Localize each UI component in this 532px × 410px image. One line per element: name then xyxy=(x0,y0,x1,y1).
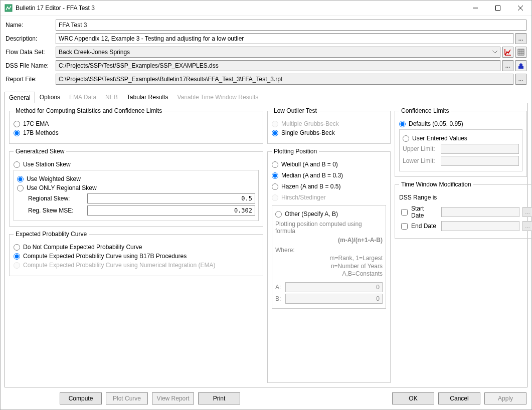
app-icon xyxy=(5,4,13,12)
time-window-legend: Time Window Modification xyxy=(399,181,473,188)
lower-limit-label: Lower Limit: xyxy=(403,157,438,164)
plot-b-label: B: xyxy=(275,295,282,302)
minimize-button[interactable] xyxy=(464,1,486,16)
skew-legend: Generalized Skew xyxy=(14,148,66,155)
flow-data-set-combo[interactable]: Back Creek-Jones Springs xyxy=(56,47,500,58)
confidence-limits-group: Confidence Limits Defaults (0.05, 0.95) … xyxy=(395,107,527,177)
skew-station-radio[interactable]: Use Station Skew xyxy=(14,161,259,168)
plotting-position-group: Plotting Position Weibull (A and B = 0) … xyxy=(267,148,391,383)
end-date-input xyxy=(441,221,519,231)
low-outlier-legend: Low Outlier Test xyxy=(272,107,319,114)
start-date-input xyxy=(441,207,519,217)
chevron-down-icon xyxy=(491,49,498,56)
flow-plot-icon-button[interactable] xyxy=(502,47,513,58)
dss-file-input[interactable] xyxy=(56,60,500,71)
conf-user-radio[interactable]: User Entered Values xyxy=(403,135,519,142)
skew-weighted-radio[interactable]: Use Weighted Skew xyxy=(17,175,255,182)
plot-where: Where: xyxy=(275,247,383,254)
tab-tabular-results[interactable]: Tabular Results xyxy=(122,91,173,103)
apply-button: Apply xyxy=(484,392,526,404)
name-input[interactable] xyxy=(56,20,526,31)
prob-none-radio[interactable]: Do Not Compute Expected Probability Curv… xyxy=(14,244,259,251)
plot-def-n: n=Number of Years xyxy=(275,263,383,271)
upper-limit-input xyxy=(441,144,519,154)
tab-strip: General Options EMA Data NEB Tabular Res… xyxy=(5,91,527,103)
dss-file-label: DSS File Name: xyxy=(6,62,54,69)
method-17b-radio[interactable]: 17B Methods xyxy=(14,129,259,136)
report-file-input[interactable] xyxy=(56,74,513,85)
dss-histogram-icon-button[interactable] xyxy=(515,60,526,71)
prob-b17b-radio[interactable]: Compute Expected Probability Curve using… xyxy=(14,253,259,260)
start-date-picker-button: … xyxy=(522,207,532,217)
end-date-check[interactable]: End Date xyxy=(399,222,438,231)
dss-browse-button[interactable]: … xyxy=(502,60,513,71)
plot-median-radio[interactable]: Median (A and B = 0.3) xyxy=(272,172,386,179)
report-browse-button[interactable]: … xyxy=(515,74,526,85)
tab-variable-time-window: Variable Time Window Results xyxy=(173,91,263,103)
plot-formula: (m-A)/(n+1-A-B) xyxy=(275,237,383,244)
outlier-sgb-radio[interactable]: Single Grubbs-Beck xyxy=(272,129,386,136)
outlier-mgb-radio: Multiple Grubbs-Beck xyxy=(272,120,386,127)
plot-curve-button: Plot Curve xyxy=(106,392,148,404)
window-title: Bulletin 17 Editor - FFA Test 3 xyxy=(16,5,464,12)
report-file-label: Report File: xyxy=(6,76,54,83)
tab-options[interactable]: Options xyxy=(35,91,65,103)
expected-probability-group: Expected Probablity Curve Do Not Compute… xyxy=(9,231,263,276)
regional-skew-label: Regional Skew: xyxy=(17,195,87,202)
cancel-button[interactable]: Cancel xyxy=(438,392,480,404)
prob-ema-radio: Compute Expected Probability Curve using… xyxy=(14,262,259,269)
general-tab-panel: Method for Computing Statistics and Conf… xyxy=(5,103,527,387)
lower-limit-input xyxy=(441,156,519,166)
dss-range-label: DSS Range is xyxy=(399,194,532,201)
reg-skew-mse-input[interactable] xyxy=(87,206,255,216)
close-button[interactable] xyxy=(509,1,531,16)
method-group: Method for Computing Statistics and Conf… xyxy=(9,107,263,144)
time-window-group: Time Window Modification DSS Range is St… xyxy=(395,181,532,239)
plot-hirsch-radio: Hirsch/Stedinger xyxy=(272,194,386,201)
regional-skew-input[interactable] xyxy=(87,193,255,203)
end-date-picker-button: … xyxy=(522,221,532,231)
description-label: Description: xyxy=(6,35,54,42)
titlebar: Bulletin 17 Editor - FFA Test 3 xyxy=(1,1,531,16)
plot-def-m: m=Rank, 1=Largest xyxy=(275,255,383,263)
method-17c-ema-radio[interactable]: 17C EMA xyxy=(14,120,259,127)
name-label: Name: xyxy=(6,22,54,29)
plot-a-input xyxy=(285,282,383,292)
skew-group: Generalized Skew Use Station Skew Use We… xyxy=(9,148,263,227)
flow-table-icon-button[interactable] xyxy=(515,47,526,58)
conf-defaults-radio[interactable]: Defaults (0.05, 0.95) xyxy=(399,120,522,127)
compute-button[interactable]: Compute xyxy=(60,392,102,404)
bulletin17-editor-window: Bulletin 17 Editor - FFA Test 3 Name: De… xyxy=(0,0,532,410)
flow-data-set-value: Back Creek-Jones Springs xyxy=(59,49,130,56)
plot-weibull-radio[interactable]: Weibull (A and B = 0) xyxy=(272,161,386,168)
header-form: Name: Description: … Flow Data Set: Back… xyxy=(1,16,531,89)
confidence-limits-legend: Confidence Limits xyxy=(399,107,451,114)
view-report-button: View Report xyxy=(152,392,194,404)
tab-general[interactable]: General xyxy=(5,92,35,103)
svg-rect-2 xyxy=(495,6,500,10)
tab-ema-data: EMA Data xyxy=(65,91,101,103)
plot-b-input xyxy=(285,294,383,304)
start-date-check[interactable]: Start Date xyxy=(399,205,438,219)
description-browse-button[interactable]: … xyxy=(515,33,526,44)
plot-other-radio[interactable]: Other (Specify A, B) xyxy=(275,211,383,218)
print-button[interactable]: Print xyxy=(198,392,240,404)
skew-regional-only-radio[interactable]: Use ONLY Regional Skew xyxy=(17,184,255,191)
upper-limit-label: Upper Limit: xyxy=(403,145,438,152)
plot-a-label: A: xyxy=(275,284,282,291)
maximize-button[interactable] xyxy=(486,1,509,16)
tab-neb: NEB xyxy=(101,91,122,103)
button-bar: Compute Plot Curve View Report Print OK … xyxy=(1,389,531,409)
flow-data-set-label: Flow Data Set: xyxy=(6,49,54,56)
low-outlier-group: Low Outlier Test Multiple Grubbs-Beck Si… xyxy=(267,107,391,144)
plotting-position-legend: Plotting Position xyxy=(272,148,319,155)
ok-button[interactable]: OK xyxy=(392,392,434,404)
plot-def-ab: A,B=Constants xyxy=(275,270,383,278)
description-input[interactable] xyxy=(56,33,513,44)
expected-probability-legend: Expected Probablity Curve xyxy=(14,231,89,238)
plot-hazen-radio[interactable]: Hazen (A and B = 0.5) xyxy=(272,183,386,190)
reg-skew-mse-label: Reg. Skew MSE: xyxy=(17,207,87,214)
method-legend: Method for Computing Statistics and Conf… xyxy=(14,107,164,114)
plot-help-text: Plotting position computed using formula xyxy=(275,221,383,235)
svg-rect-5 xyxy=(518,49,524,55)
